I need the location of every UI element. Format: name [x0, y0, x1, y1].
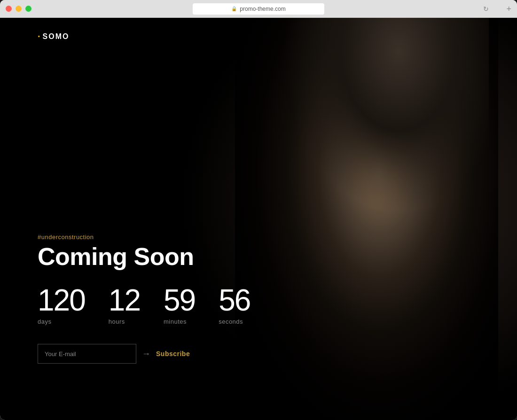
lock-icon: 🔒 — [231, 6, 237, 11]
close-button[interactable] — [6, 6, 12, 12]
logo-text: SOMO — [43, 32, 70, 41]
browser-window: 🔒 promo-theme.com ↻ + · SOMO #underconst… — [0, 0, 517, 420]
email-input[interactable] — [38, 344, 136, 364]
main-content: #underconstruction Coming Soon 120 days … — [38, 233, 479, 420]
coming-soon-heading: Coming Soon — [38, 243, 479, 270]
logo: · SOMO — [38, 31, 479, 42]
address-bar[interactable]: 🔒 promo-theme.com — [193, 3, 324, 15]
new-tab-button[interactable]: + — [506, 5, 511, 13]
minutes-label: minutes — [164, 318, 187, 325]
browser-content: · SOMO #underconstruction Coming Soon 12… — [0, 18, 517, 420]
arrow-icon: → — [142, 349, 150, 359]
hashtag-text: #underconstruction — [38, 233, 479, 241]
seconds-value: 56 — [219, 285, 250, 315]
days-label: days — [38, 318, 51, 325]
hours-unit: 12 hours — [109, 285, 140, 325]
subscribe-button[interactable]: Subscribe — [156, 350, 190, 358]
minutes-unit: 59 minutes — [164, 285, 195, 325]
reload-button[interactable]: ↻ — [483, 5, 489, 13]
page-content: · SOMO #underconstruction Coming Soon 12… — [0, 18, 517, 420]
seconds-unit: 56 seconds — [219, 285, 250, 325]
hours-label: hours — [109, 318, 125, 325]
logo-dot: · — [38, 31, 41, 42]
minimize-button[interactable] — [16, 6, 22, 12]
days-unit: 120 days — [38, 285, 85, 325]
window-controls — [6, 6, 31, 12]
days-value: 120 — [38, 285, 85, 315]
maximize-button[interactable] — [25, 6, 31, 12]
seconds-label: seconds — [219, 318, 243, 325]
hours-value: 12 — [109, 285, 140, 315]
url-text: promo-theme.com — [240, 6, 285, 12]
subscribe-form: → Subscribe — [38, 344, 479, 364]
titlebar: 🔒 promo-theme.com ↻ + — [0, 0, 517, 18]
minutes-value: 59 — [164, 285, 195, 315]
countdown-timer: 120 days 12 hours 59 minutes 56 seconds — [38, 285, 479, 325]
logo-area: · SOMO — [38, 18, 479, 42]
